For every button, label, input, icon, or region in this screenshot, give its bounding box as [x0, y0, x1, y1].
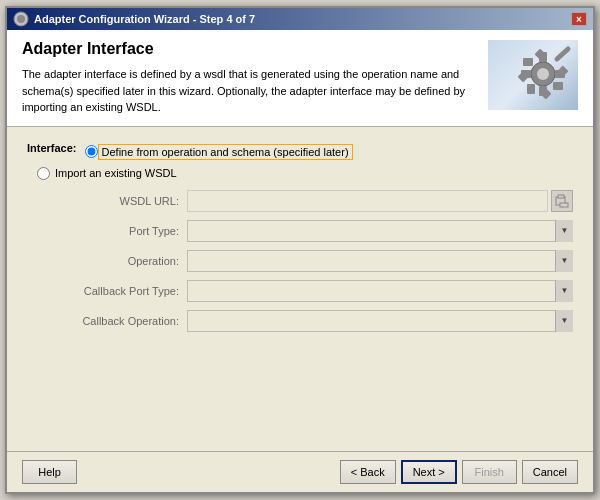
- port-type-label: Port Type:: [57, 225, 187, 237]
- operation-wrapper: ▼: [187, 250, 573, 272]
- svg-line-15: [557, 49, 568, 59]
- operation-label: Operation:: [57, 255, 187, 267]
- callback-port-type-row: Callback Port Type: ▼: [57, 280, 573, 302]
- wizard-window: Adapter Configuration Wizard - Step 4 of…: [5, 6, 595, 494]
- title-bar-icon: [13, 11, 29, 27]
- port-type-row: Port Type: ▼: [57, 220, 573, 242]
- next-button[interactable]: Next >: [401, 460, 457, 484]
- header-description: The adapter interface is defined by a ws…: [22, 66, 482, 116]
- radio-define-row: Define from operation and schema (specif…: [85, 144, 353, 160]
- close-button[interactable]: ×: [571, 12, 587, 26]
- svg-point-3: [537, 68, 549, 80]
- back-button[interactable]: < Back: [340, 460, 396, 484]
- finish-button[interactable]: Finish: [462, 460, 517, 484]
- title-bar: Adapter Configuration Wizard - Step 4 of…: [7, 8, 593, 30]
- title-bar-left: Adapter Configuration Wizard - Step 4 of…: [13, 11, 255, 27]
- footer: Help < Back Next > Finish Cancel: [7, 451, 593, 492]
- svg-rect-13: [523, 58, 533, 66]
- callback-operation-row: Callback Operation: ▼: [57, 310, 573, 332]
- callback-port-type-select[interactable]: [187, 280, 573, 302]
- svg-point-1: [17, 15, 25, 23]
- operation-select[interactable]: [187, 250, 573, 272]
- title-bar-title: Adapter Configuration Wizard - Step 4 of…: [34, 13, 255, 25]
- wsdl-url-label: WSDL URL:: [57, 195, 187, 207]
- wsdl-url-input[interactable]: [187, 190, 548, 212]
- operation-row: Operation: ▼: [57, 250, 573, 272]
- svg-rect-11: [527, 84, 535, 94]
- callback-operation-label: Callback Operation:: [57, 315, 187, 327]
- footer-left: Help: [22, 460, 77, 484]
- callback-operation-select[interactable]: [187, 310, 573, 332]
- footer-right: < Back Next > Finish Cancel: [340, 460, 578, 484]
- port-type-wrapper: ▼: [187, 220, 573, 242]
- header-text: Adapter Interface The adapter interface …: [22, 40, 488, 126]
- header-title: Adapter Interface: [22, 40, 488, 58]
- port-type-select[interactable]: [187, 220, 573, 242]
- callback-operation-wrapper: ▼: [187, 310, 573, 332]
- header-section: Adapter Interface The adapter interface …: [7, 30, 593, 127]
- wsdl-url-row: WSDL URL:: [57, 190, 573, 212]
- callback-port-type-wrapper: ▼: [187, 280, 573, 302]
- radio-import[interactable]: [37, 167, 50, 180]
- help-button[interactable]: Help: [22, 460, 77, 484]
- callback-port-type-label: Callback Port Type:: [57, 285, 187, 297]
- gear-icon: [513, 44, 573, 107]
- cancel-button[interactable]: Cancel: [522, 460, 578, 484]
- interface-label: Interface:: [27, 142, 77, 154]
- browse-button[interactable]: [551, 190, 573, 212]
- radio-import-label[interactable]: Import an existing WSDL: [55, 167, 177, 179]
- radio-import-row: Import an existing WSDL: [37, 167, 573, 180]
- radio-define-label[interactable]: Define from operation and schema (specif…: [98, 144, 353, 160]
- header-image-bg: [488, 40, 578, 110]
- interface-row: Interface: Define from operation and sch…: [27, 142, 573, 162]
- svg-rect-18: [560, 203, 568, 207]
- form-grid: WSDL URL: Port Type: ▼: [57, 190, 573, 332]
- radio-define[interactable]: [85, 145, 98, 158]
- svg-rect-9: [553, 82, 563, 90]
- content-section: Interface: Define from operation and sch…: [7, 127, 593, 452]
- header-image: [488, 40, 578, 110]
- svg-rect-17: [558, 195, 564, 198]
